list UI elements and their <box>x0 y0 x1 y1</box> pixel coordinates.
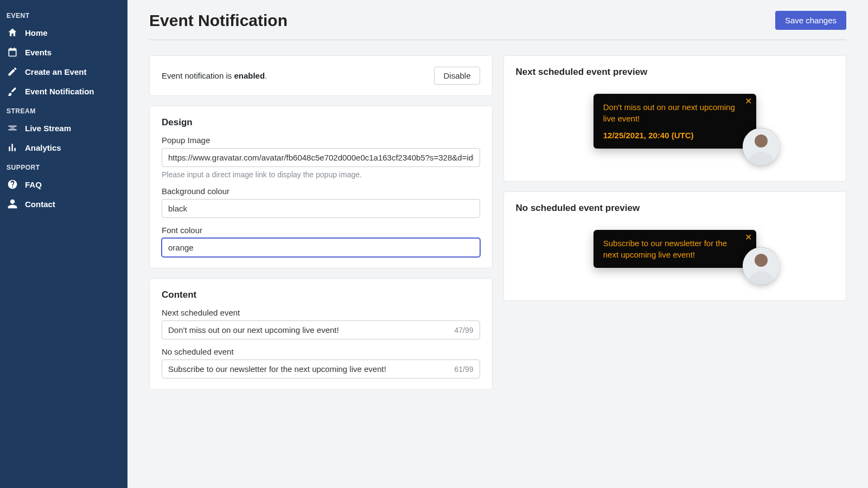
sidebar-item-home[interactable]: Home <box>0 23 127 42</box>
status-state: enabled <box>234 71 265 80</box>
sidebar: EVENT Home Events Create an Event Event … <box>0 0 127 488</box>
next-event-input[interactable] <box>162 320 480 339</box>
next-preview-date: 12/25/2021, 20:40 (UTC) <box>603 130 738 141</box>
none-preview-popup: ✕ Subscribe to our newsletter for the ne… <box>593 230 756 268</box>
sidebar-item-live-stream[interactable]: Live Stream <box>0 118 127 138</box>
status-text: Event notification is enabled. <box>162 71 267 80</box>
home-icon <box>7 27 18 38</box>
avatar <box>743 247 780 284</box>
next-preview-text: Don't miss out on our next upcoming live… <box>603 102 735 123</box>
none-preview-title: No scheduled event preview <box>516 203 834 214</box>
popup-image-label: Popup Image <box>162 136 480 145</box>
svg-point-3 <box>755 254 768 267</box>
bg-colour-label: Background colour <box>162 187 480 196</box>
next-event-label: Next scheduled event <box>162 308 480 317</box>
svg-point-1 <box>755 134 768 147</box>
next-preview-title: Next scheduled event preview <box>516 67 834 78</box>
status-card: Event notification is enabled. Disable <box>149 55 493 96</box>
design-title: Design <box>162 117 480 128</box>
bars-icon <box>7 142 18 153</box>
save-changes-button[interactable]: Save changes <box>775 11 846 30</box>
none-preview-card: No scheduled event preview ✕ Subscribe t… <box>503 191 847 301</box>
bg-colour-input[interactable] <box>162 199 480 218</box>
sidebar-item-create-event[interactable]: Create an Event <box>0 62 127 81</box>
question-icon <box>7 178 18 190</box>
no-event-label: No scheduled event <box>162 347 480 356</box>
next-preview-card: Next scheduled event preview ✕ Don't mis… <box>503 55 847 182</box>
no-event-input[interactable] <box>162 359 480 378</box>
close-icon[interactable]: ✕ <box>745 97 752 106</box>
sidebar-section-support: SUPPORT <box>0 157 127 175</box>
sidebar-item-label: Create an Event <box>25 67 86 76</box>
content-title: Content <box>162 290 480 300</box>
popup-image-help: Please input a direct image link to disp… <box>162 170 480 179</box>
sidebar-section-event: EVENT <box>0 5 127 23</box>
avatar <box>743 128 780 165</box>
content-card: Content Next scheduled event 47/99 No sc… <box>149 278 493 390</box>
sidebar-item-label: Analytics <box>25 143 61 152</box>
person-icon <box>7 198 18 210</box>
edit-icon <box>7 66 18 78</box>
sidebar-item-label: Live Stream <box>25 124 71 133</box>
sidebar-item-event-notification[interactable]: Event Notification <box>0 81 127 101</box>
sidebar-item-events[interactable]: Events <box>0 42 127 62</box>
none-preview-text: Subscribe to our newsletter for the next… <box>603 239 727 259</box>
sidebar-item-faq[interactable]: FAQ <box>0 175 127 194</box>
sidebar-item-analytics[interactable]: Analytics <box>0 138 127 157</box>
disable-button[interactable]: Disable <box>434 67 480 85</box>
sidebar-section-stream: STREAM <box>0 101 127 118</box>
sidebar-item-contact[interactable]: Contact <box>0 194 127 214</box>
sidebar-item-label: Home <box>25 28 48 37</box>
design-card: Design Popup Image Please input a direct… <box>149 106 493 268</box>
sidebar-item-label: Event Notification <box>25 87 94 96</box>
font-colour-label: Font colour <box>162 226 480 235</box>
sidebar-item-label: FAQ <box>25 180 42 189</box>
page-title: Event Notification <box>149 11 288 30</box>
page-header: Event Notification Save changes <box>149 11 846 40</box>
font-colour-input[interactable] <box>162 238 480 257</box>
close-icon[interactable]: ✕ <box>745 233 752 242</box>
popup-image-input[interactable] <box>162 148 480 167</box>
main-content: Event Notification Save changes Event no… <box>127 0 868 488</box>
stream-icon <box>7 122 18 134</box>
next-preview-popup: ✕ Don't miss out on our next upcoming li… <box>593 94 756 149</box>
brush-icon <box>7 85 18 97</box>
sidebar-item-label: Contact <box>25 200 55 209</box>
sidebar-item-label: Events <box>25 48 52 57</box>
calendar-icon <box>7 46 18 58</box>
